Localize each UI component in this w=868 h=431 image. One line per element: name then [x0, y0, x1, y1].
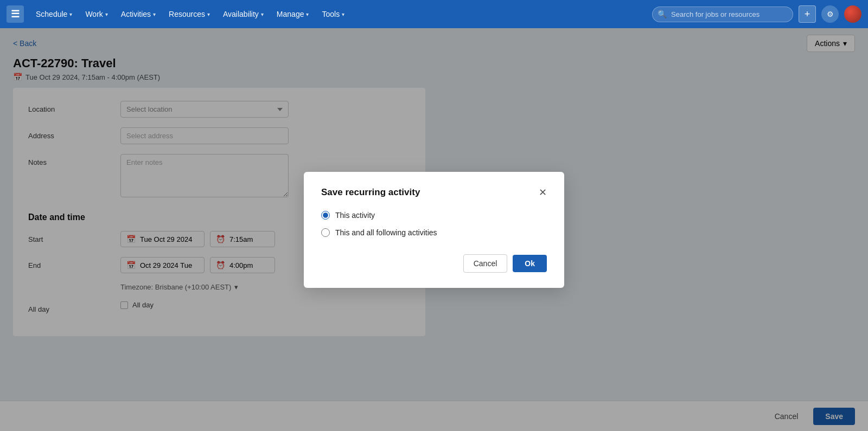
nav-chevron-tools: ▾	[342, 11, 344, 17]
add-button[interactable]: +	[799, 5, 816, 23]
nav-item-manage[interactable]: Manage ▾	[271, 7, 315, 22]
nav-label-tools: Tools	[322, 10, 340, 18]
nav-item-tools[interactable]: Tools ▾	[316, 7, 350, 22]
modal-ok-button[interactable]: Ok	[513, 255, 547, 272]
modal-cancel-button[interactable]: Cancel	[463, 254, 508, 273]
nav-chevron-resources: ▾	[207, 11, 210, 17]
nav-label-manage: Manage	[277, 10, 304, 18]
nav-chevron-manage: ▾	[306, 11, 309, 17]
search-wrapper: 🔍	[652, 7, 793, 22]
nav-chevron-activities: ▾	[153, 11, 156, 17]
radio-label-all: This and all following activities	[335, 228, 437, 237]
app-logo[interactable]: ☰	[7, 5, 24, 23]
page-content: < Back Actions ▾ ACT-22790: Travel 📅 Tue…	[0, 28, 868, 431]
search-input[interactable]	[652, 7, 793, 22]
nav-right-section: 🔍 + ⚙	[652, 5, 861, 23]
nav-chevron-work: ▾	[105, 11, 108, 17]
radio-this-activity[interactable]	[321, 211, 330, 220]
nav-label-resources: Resources	[169, 10, 205, 18]
nav-item-availability[interactable]: Availability ▾	[218, 7, 269, 22]
nav-label-schedule: Schedule	[36, 10, 67, 18]
nav-label-work: Work	[85, 10, 103, 18]
radio-item-all[interactable]: This and all following activities	[321, 228, 547, 237]
nav-label-activities: Activities	[121, 10, 151, 18]
avatar-inner	[844, 5, 861, 23]
modal-overlay[interactable]: Save recurring activity ✕ This activity …	[0, 28, 868, 431]
nav-item-schedule[interactable]: Schedule ▾	[30, 7, 78, 22]
support-symbol: ⚙	[827, 10, 834, 18]
nav-item-activities[interactable]: Activities ▾	[116, 7, 161, 22]
save-recurring-modal: Save recurring activity ✕ This activity …	[304, 172, 564, 288]
top-navigation: ☰ Schedule ▾ Work ▾ Activities ▾ Resourc…	[0, 0, 868, 28]
modal-close-button[interactable]: ✕	[539, 188, 547, 197]
add-icon: +	[805, 9, 810, 20]
modal-title: Save recurring activity	[321, 187, 420, 198]
nav-chevron-availability: ▾	[261, 11, 264, 17]
radio-item-this[interactable]: This activity	[321, 211, 547, 220]
avatar[interactable]	[844, 5, 861, 23]
logo-icon: ☰	[11, 8, 20, 20]
nav-item-work[interactable]: Work ▾	[80, 7, 113, 22]
modal-footer: Cancel Ok	[321, 254, 547, 273]
radio-all-following[interactable]	[321, 228, 330, 237]
nav-chevron-schedule: ▾	[69, 11, 72, 17]
nav-label-availability: Availability	[223, 10, 259, 18]
support-icon[interactable]: ⚙	[821, 5, 839, 23]
radio-label-this: This activity	[335, 211, 375, 220]
modal-radio-group: This activity This and all following act…	[321, 211, 547, 237]
modal-header: Save recurring activity ✕	[321, 187, 547, 198]
nav-item-resources[interactable]: Resources ▾	[163, 7, 215, 22]
